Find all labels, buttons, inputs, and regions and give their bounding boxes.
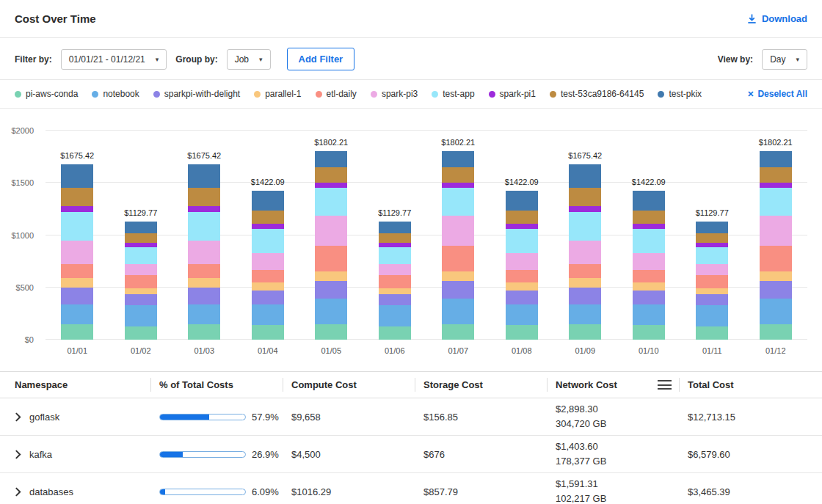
- bar-segment-spark-pi3[interactable]: [315, 216, 347, 246]
- bar-segment-test-53ca9186-64145[interactable]: [379, 233, 411, 243]
- bar-segment-spark-pi3[interactable]: [696, 264, 728, 276]
- bar-segment-parallel-1[interactable]: [760, 271, 792, 281]
- bar-segment-test-pkix[interactable]: [252, 191, 284, 211]
- bar-segment-pi-aws-conda[interactable]: [379, 326, 411, 340]
- bar-segment-test-app[interactable]: [760, 188, 792, 215]
- bar-segment-etl-daily[interactable]: [696, 275, 728, 288]
- bar-segment-notebook[interactable]: [125, 305, 157, 326]
- bar-segment-spark-pi3[interactable]: [442, 216, 474, 246]
- bar-segment-spark-pi3[interactable]: [633, 253, 665, 270]
- bar-segment-test-53ca9186-64145[interactable]: [760, 167, 792, 183]
- legend-item-sparkpi-with-delight[interactable]: sparkpi-with-delight: [153, 89, 240, 99]
- legend-item-notebook[interactable]: notebook: [92, 89, 139, 99]
- bar-segment-etl-daily[interactable]: [252, 270, 284, 283]
- bar-segment-pi-aws-conda[interactable]: [633, 325, 665, 340]
- bar-segment-pi-aws-conda[interactable]: [506, 325, 538, 340]
- bar-segment-test-pkix[interactable]: [315, 151, 347, 167]
- bar-segment-parallel-1[interactable]: [506, 282, 538, 291]
- table-row-kafka[interactable]: kafka26.9%$4,500$676$1,403.60178,377 GB$…: [0, 436, 822, 473]
- bar-segment-spark-pi3[interactable]: [379, 264, 411, 276]
- bar-segment-parallel-1[interactable]: [252, 282, 284, 291]
- bar-segment-test-pkix[interactable]: [442, 151, 474, 167]
- bar-segment-notebook[interactable]: [315, 299, 347, 324]
- bar-segment-spark-pi3[interactable]: [125, 264, 157, 276]
- legend-item-spark-pi1[interactable]: spark-pi1: [489, 89, 536, 99]
- bar-segment-sparkpi-with-delight[interactable]: [379, 294, 411, 305]
- bar-segment-test-pkix[interactable]: [633, 191, 665, 211]
- date-range-select[interactable]: 01/01/21 - 01/12/21 ▾: [61, 49, 167, 70]
- bar-segment-etl-daily[interactable]: [315, 246, 347, 272]
- bar-segment-test-app[interactable]: [188, 212, 220, 241]
- bar-segment-parallel-1[interactable]: [315, 271, 347, 281]
- bar-segment-spark-pi3[interactable]: [506, 253, 538, 270]
- legend-item-parallel-1[interactable]: parallel-1: [254, 89, 301, 99]
- bar-segment-test-app[interactable]: [506, 229, 538, 253]
- bar-segment-pi-aws-conda[interactable]: [696, 326, 728, 340]
- bar-segment-test-app[interactable]: [379, 247, 411, 264]
- bar-segment-sparkpi-with-delight[interactable]: [760, 281, 792, 299]
- legend-item-test-53ca9186-64145[interactable]: test-53ca9186-64145: [550, 89, 644, 99]
- bar-segment-test-53ca9186-64145[interactable]: [442, 167, 474, 183]
- bar-segment-etl-daily[interactable]: [569, 264, 601, 278]
- bar-segment-etl-daily[interactable]: [760, 246, 792, 272]
- table-menu-icon[interactable]: [658, 380, 672, 390]
- bar-segment-test-53ca9186-64145[interactable]: [125, 233, 157, 243]
- bar-segment-test-pkix[interactable]: [379, 222, 411, 233]
- bar-segment-spark-pi1[interactable]: [633, 224, 665, 229]
- bar-segment-sparkpi-with-delight[interactable]: [569, 288, 601, 304]
- bar-segment-parallel-1[interactable]: [125, 288, 157, 295]
- bar-segment-etl-daily[interactable]: [379, 275, 411, 288]
- bar-segment-test-53ca9186-64145[interactable]: [569, 188, 601, 205]
- bar-segment-notebook[interactable]: [633, 304, 665, 325]
- bar-segment-spark-pi3[interactable]: [252, 253, 284, 270]
- bar-segment-test-app[interactable]: [125, 247, 157, 264]
- bar-segment-test-pkix[interactable]: [61, 164, 93, 188]
- download-button[interactable]: Download: [746, 13, 807, 24]
- table-row-goflask[interactable]: goflask57.9%$9,658$156.85$2,898.30304,72…: [0, 398, 822, 436]
- bar-segment-test-pkix[interactable]: [569, 164, 601, 188]
- bar-segment-test-53ca9186-64145[interactable]: [315, 167, 347, 183]
- bar-segment-test-app[interactable]: [696, 247, 728, 264]
- bar-segment-test-app[interactable]: [61, 212, 93, 241]
- legend-item-test-pkix[interactable]: test-pkix: [658, 89, 702, 99]
- bar-segment-sparkpi-with-delight[interactable]: [125, 294, 157, 305]
- bar-segment-test-53ca9186-64145[interactable]: [633, 211, 665, 223]
- bar-segment-spark-pi1[interactable]: [252, 224, 284, 229]
- bar-segment-test-pkix[interactable]: [760, 151, 792, 167]
- bar-segment-test-app[interactable]: [633, 229, 665, 253]
- bar-segment-notebook[interactable]: [61, 304, 93, 324]
- bar-segment-etl-daily[interactable]: [125, 275, 157, 288]
- bar-segment-sparkpi-with-delight[interactable]: [506, 291, 538, 304]
- bar-segment-pi-aws-conda[interactable]: [760, 324, 792, 340]
- legend-item-spark-pi3[interactable]: spark-pi3: [371, 89, 418, 99]
- bar-segment-etl-daily[interactable]: [61, 264, 93, 278]
- bar-segment-test-pkix[interactable]: [125, 222, 157, 233]
- legend-item-test-app[interactable]: test-app: [432, 89, 474, 99]
- bar-segment-test-pkix[interactable]: [696, 222, 728, 233]
- bar-segment-test-53ca9186-64145[interactable]: [61, 188, 93, 205]
- bar-segment-notebook[interactable]: [188, 304, 220, 324]
- group-by-select[interactable]: Job ▾: [227, 49, 271, 70]
- legend-item-etl-daily[interactable]: etl-daily: [316, 89, 357, 99]
- bar-segment-parallel-1[interactable]: [633, 282, 665, 291]
- bar-segment-test-pkix[interactable]: [188, 164, 220, 188]
- bar-segment-spark-pi1[interactable]: [760, 183, 792, 188]
- bar-segment-sparkpi-with-delight[interactable]: [188, 288, 220, 304]
- bar-segment-sparkpi-with-delight[interactable]: [61, 288, 93, 304]
- bar-segment-parallel-1[interactable]: [569, 278, 601, 288]
- bar-segment-etl-daily[interactable]: [506, 270, 538, 283]
- deselect-all-button[interactable]: ✕ Deselect All: [747, 89, 807, 99]
- bar-segment-parallel-1[interactable]: [696, 288, 728, 295]
- bar-segment-test-pkix[interactable]: [506, 191, 538, 211]
- bar-segment-spark-pi1[interactable]: [188, 206, 220, 213]
- bar-segment-parallel-1[interactable]: [442, 271, 474, 281]
- bar-segment-notebook[interactable]: [760, 299, 792, 324]
- bar-segment-sparkpi-with-delight[interactable]: [315, 281, 347, 299]
- bar-segment-test-app[interactable]: [252, 229, 284, 253]
- bar-segment-notebook[interactable]: [252, 304, 284, 325]
- bar-segment-test-app[interactable]: [569, 212, 601, 241]
- bar-segment-spark-pi3[interactable]: [569, 241, 601, 265]
- bar-segment-spark-pi1[interactable]: [315, 183, 347, 188]
- bar-segment-pi-aws-conda[interactable]: [252, 325, 284, 340]
- add-filter-button[interactable]: Add Filter: [287, 48, 355, 70]
